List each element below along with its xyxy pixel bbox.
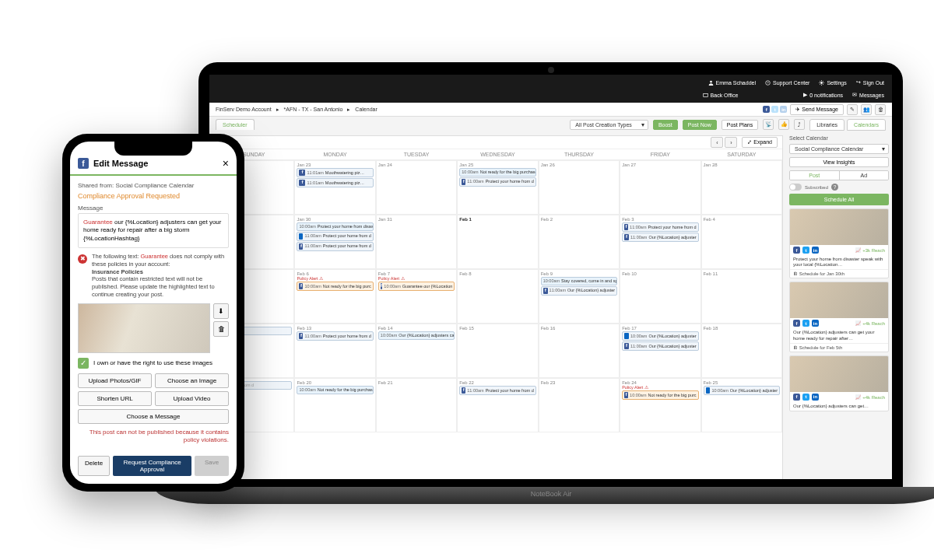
- calendar-event[interactable]: 10:00am Not ready for the big purchase? …: [459, 168, 535, 177]
- next-month-button[interactable]: ›: [725, 137, 737, 148]
- help-icon[interactable]: ?: [831, 184, 838, 191]
- remove-image-button[interactable]: 🗑: [213, 321, 229, 337]
- day-cell[interactable]: Feb 1: [457, 215, 538, 269]
- day-cell[interactable]: Feb 2: [539, 215, 620, 269]
- day-cell[interactable]: Feb 7Policy Alert ⚠f10:00am Guarantee ou…: [376, 269, 457, 324]
- rights-checkbox[interactable]: ✓: [78, 358, 89, 369]
- day-cell[interactable]: Jan 24: [376, 160, 457, 215]
- day-cell[interactable]: Feb 2010:00am Not ready for the big purc…: [294, 378, 375, 432]
- day-cell[interactable]: Feb 3f11:00am Protect your home from df1…: [620, 215, 700, 269]
- day-cell[interactable]: Feb 1410:00am Our {%Location} adjusters …: [376, 324, 457, 378]
- rss-icon[interactable]: 📡: [763, 119, 774, 130]
- choose-image-button[interactable]: Choose an Image: [155, 373, 229, 388]
- day-cell[interactable]: Feb 23: [539, 378, 620, 432]
- download-image-button[interactable]: ⬇: [213, 303, 229, 319]
- attached-image[interactable]: [78, 303, 210, 353]
- calendar-select[interactable]: Social Compliance Calendar: [789, 144, 889, 154]
- calendars-tab[interactable]: Calendars: [847, 119, 886, 131]
- upload-icon[interactable]: ⤴: [794, 119, 805, 130]
- post-now-button[interactable]: Post Now: [683, 120, 717, 130]
- calendar-event[interactable]: 10:00am Our {%Location} adjuster: [622, 331, 698, 341]
- day-cell[interactable]: Jan 31: [376, 215, 457, 269]
- schedule-card-button[interactable]: 🗓 Schedule for Feb 5th: [790, 343, 888, 352]
- day-cell[interactable]: Jan 2510:00am Not ready for the big purc…: [457, 160, 538, 215]
- support-link[interactable]: ?Support Center: [765, 78, 809, 87]
- day-cell[interactable]: Feb 910:00am Stay covered, come in and s…: [539, 269, 620, 324]
- calendar-event[interactable]: f10:00am Not ready for the big purc: [622, 390, 698, 400]
- settings-link[interactable]: Settings: [819, 78, 846, 87]
- scheduler-tab[interactable]: Scheduler: [216, 119, 255, 130]
- post-pill[interactable]: Post: [790, 171, 840, 180]
- calendar-event[interactable]: f11:00am Protect your home from d: [297, 331, 373, 341]
- calendar-event[interactable]: f11:00am Protect your home from d: [622, 222, 698, 232]
- user-menu[interactable]: Emma Schaddel: [708, 78, 756, 87]
- day-cell[interactable]: Jan 28: [701, 160, 782, 215]
- calendar-event[interactable]: 10:00am Protect your home from disaster …: [297, 222, 373, 231]
- shorten-url-button[interactable]: Shorten URL: [78, 391, 152, 406]
- send-message-button[interactable]: ✈ Send Message: [790, 104, 844, 115]
- content-card[interactable]: ftin📈 +4k ReachOur {%Location} adjusters…: [789, 355, 889, 411]
- expand-button[interactable]: ⤢ Expand: [742, 137, 778, 148]
- libraries-tab[interactable]: Libraries: [809, 119, 844, 131]
- content-card[interactable]: ftin📈 +4k ReachOur {%Location} adjusters…: [789, 282, 889, 352]
- day-cell[interactable]: Feb 11: [701, 269, 782, 324]
- day-cell[interactable]: Feb 15: [457, 324, 538, 378]
- view-insights-button[interactable]: View Insights: [789, 157, 889, 167]
- day-cell[interactable]: Feb 8: [457, 269, 538, 324]
- calendar-event[interactable]: f10:00am Not ready for the big purc: [297, 282, 373, 291]
- like-icon[interactable]: 👍: [778, 119, 789, 130]
- upload-photos-button[interactable]: Upload Photos/GIF: [78, 373, 152, 388]
- calendar-event[interactable]: 10:00am Stay covered, come in and speak …: [541, 277, 617, 285]
- calendar-event[interactable]: f11:00am Protect your home from d: [297, 242, 373, 251]
- schedule-all-button[interactable]: Schedule All: [789, 194, 889, 205]
- calendar-event[interactable]: 11:00am Protect your home from d: [297, 232, 373, 241]
- day-cell[interactable]: Feb 10: [620, 269, 700, 324]
- delete-button[interactable]: Delete: [78, 456, 110, 476]
- notifications-link[interactable]: ▶ 0 notifications: [803, 90, 843, 100]
- boost-button[interactable]: Boost: [653, 120, 678, 130]
- calendar-event[interactable]: f11:00am Our {%Location} adjuster: [541, 286, 617, 296]
- users-icon[interactable]: 👥: [861, 104, 872, 115]
- day-cell[interactable]: Feb 16: [539, 324, 620, 378]
- calendar-event[interactable]: 10:00am Not ready for the big purchase? …: [297, 386, 373, 394]
- back-office-link[interactable]: Back Office: [703, 90, 739, 100]
- schedule-card-button[interactable]: 🗓 Schedule for Jan 30th: [790, 269, 888, 278]
- ad-pill[interactable]: Ad: [840, 171, 889, 180]
- day-cell[interactable]: Feb 18: [701, 324, 782, 378]
- day-cell[interactable]: Feb 22f11:00am Protect your home from d: [457, 378, 538, 432]
- calendar-event[interactable]: f11:00am Protect your home from d: [459, 386, 535, 395]
- calendar-event[interactable]: f11:01am Mouthwatering piz…: [297, 168, 373, 177]
- calendar-event[interactable]: 10:00am Our {%Location} adjuster: [704, 386, 780, 395]
- day-cell[interactable]: Feb 21: [376, 378, 457, 432]
- save-button[interactable]: Save: [195, 456, 229, 476]
- day-cell[interactable]: Jan 3010:00am Protect your home from dis…: [294, 215, 375, 269]
- calendar-event[interactable]: f11:00am Our {%Location} adjuster: [622, 341, 698, 351]
- day-cell[interactable]: Jan 23f11:01am Mouthwatering piz…f11:01a…: [294, 160, 375, 215]
- upload-video-button[interactable]: Upload Video: [155, 391, 229, 406]
- content-card[interactable]: ftin📈 +3k ReachProtect your home from di…: [789, 208, 889, 278]
- channel-icons[interactable]: ftin: [763, 106, 787, 113]
- creation-types-select[interactable]: All Post Creation Types: [570, 120, 648, 130]
- day-cell[interactable]: Jan 26: [539, 160, 620, 215]
- crumb-account[interactable]: FinServ Demo Account: [216, 107, 272, 112]
- delete-icon[interactable]: 🗑: [875, 104, 886, 115]
- signout-link[interactable]: ↪ Sign Out: [856, 78, 884, 87]
- crumb-location[interactable]: *AFN - TX - San Antonio: [284, 107, 343, 112]
- day-cell[interactable]: Feb 1710:00am Our {%Location} adjusterf1…: [620, 324, 700, 378]
- post-plans-button[interactable]: Post Plans: [722, 120, 758, 130]
- calendar-event[interactable]: f10:00am Guarantee our {%Location: [378, 282, 455, 291]
- calendar-event[interactable]: f11:00am Protect your home from d: [459, 177, 535, 187]
- day-cell[interactable]: Feb 4: [701, 215, 782, 269]
- message-text[interactable]: Guarantee our {%Location} adjusters can …: [78, 213, 229, 248]
- post-ad-toggle[interactable]: Post Ad: [789, 170, 889, 180]
- messages-link[interactable]: ✉ Messages: [852, 90, 884, 100]
- day-cell[interactable]: Feb 24Policy Alert ⚠f10:00am Not ready f…: [620, 378, 700, 432]
- choose-message-button[interactable]: Choose a Message: [78, 409, 229, 424]
- day-cell[interactable]: Feb 13f11:00am Protect your home from d: [294, 324, 375, 378]
- calendar-event[interactable]: 10:00am Our {%Location} adjusters can ge…: [378, 331, 455, 340]
- request-approval-button[interactable]: Request Compliance Approval: [113, 456, 191, 476]
- close-icon[interactable]: ×: [223, 157, 229, 170]
- day-cell[interactable]: Feb 2510:00am Our {%Location} adjuster: [701, 378, 782, 432]
- edit-icon[interactable]: ✎: [847, 104, 858, 115]
- subscribed-toggle[interactable]: [789, 184, 802, 191]
